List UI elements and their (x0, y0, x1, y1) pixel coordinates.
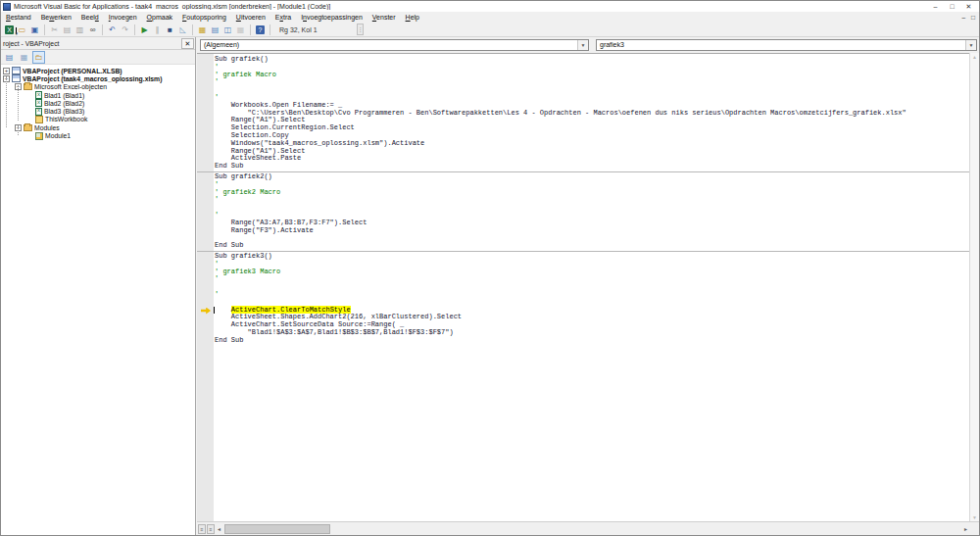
toolbar-separator (250, 24, 251, 35)
find-icon[interactable]: ∞ (87, 24, 99, 36)
view-object-button[interactable]: ▦ (18, 51, 30, 64)
expand-icon[interactable]: + (3, 68, 10, 74)
toggle-folders-button[interactable]: 🗀 (32, 51, 45, 64)
redo-icon[interactable]: ↷ (120, 24, 131, 36)
code-editor[interactable]: Sub grafiek()'' grafiek Macro' ' Workboo… (197, 53, 979, 521)
code-line[interactable]: Range("A1").Select (215, 148, 969, 156)
child-minimize-button[interactable]: – (961, 12, 965, 23)
project-explorer-icon[interactable]: ▦ (197, 24, 209, 36)
vertical-scrollbar[interactable]: ▲ ▼ (969, 53, 979, 521)
scroll-down-icon[interactable]: ▼ (972, 514, 977, 520)
code-line[interactable]: "C:\Users\Ben\Desktop\Cvo Programmeren -… (215, 110, 969, 118)
code-line[interactable] (215, 283, 969, 291)
code-line[interactable] (215, 234, 969, 242)
toolbox-icon[interactable]: ▦ (235, 24, 247, 36)
project-explorer-close-button[interactable]: ✕ (181, 38, 194, 49)
insert-userform-icon[interactable]: ▭▾ (17, 24, 28, 36)
tree-item[interactable]: +VBAProject (PERSONAL.XLSB) (1, 67, 195, 74)
split-handle[interactable]: ≡ (198, 524, 206, 534)
horizontal-scrollbar[interactable]: ≡ ≡ ◂ ▸ (197, 521, 979, 535)
code-line[interactable]: End Sub (215, 163, 969, 171)
tree-item[interactable]: −Modules (1, 123, 195, 131)
child-restore-button[interactable]: □ (971, 12, 975, 23)
menu-invoegen[interactable]: Invoegen (104, 12, 142, 23)
code-line[interactable]: ' (215, 275, 969, 283)
menu-bar: BestandBewerkenBeeldInvoegenOpmaakFoutop… (1, 12, 979, 23)
undo-icon[interactable]: ↶ (107, 24, 119, 36)
scrollbar-thumb[interactable] (224, 524, 330, 534)
code-line[interactable]: ' (215, 64, 969, 72)
menu-extra[interactable]: Extra (270, 12, 296, 23)
code-line[interactable]: Windows("taak4_macros_oplossing.xlsm").A… (215, 140, 969, 148)
menu-foutopsporing[interactable]: Foutopsporing (177, 12, 231, 23)
object-browser-icon[interactable]: ◫ (222, 24, 234, 36)
menu-bestand[interactable]: Bestand (1, 12, 36, 23)
code-line[interactable]: Sub grafiek3() (215, 253, 969, 261)
code-line[interactable] (215, 86, 969, 94)
minimize-button[interactable]: – (927, 2, 944, 12)
dropdown-caret-icon[interactable]: ▾ (16, 27, 17, 35)
code-line[interactable]: End Sub (215, 337, 969, 345)
view-code-button[interactable]: ▤ (3, 51, 16, 64)
scroll-right-icon[interactable]: ▸ (964, 525, 967, 532)
code-line[interactable]: ' (215, 291, 969, 299)
toolbar-overflow-handle[interactable]: ⋮ (357, 24, 364, 35)
view-excel-icon[interactable]: X (4, 24, 16, 36)
code-line[interactable]: ' grafiek Macro (215, 72, 969, 79)
code-line[interactable]: ' grafiek2 Macro (215, 189, 969, 197)
tree-item[interactable]: Blad3 (Blad3) (1, 107, 195, 115)
copy-icon[interactable]: ▤ (62, 24, 74, 36)
scroll-up-icon[interactable]: ▲ (972, 54, 977, 60)
code-line[interactable]: ' (215, 78, 969, 86)
properties-window-icon[interactable]: ▤ (210, 24, 221, 36)
code-line[interactable]: ' (215, 261, 969, 268)
scroll-left-icon[interactable]: ◂ (218, 525, 220, 532)
menu-bewerken[interactable]: Bewerken (36, 12, 76, 23)
code-line[interactable]: Range("F3").Activate (215, 227, 969, 235)
procedure-dropdown[interactable]: grafiek3 ▼ (596, 39, 977, 51)
break-icon[interactable]: ∥ (152, 24, 164, 36)
run-icon[interactable]: ▶ (139, 24, 151, 36)
code-line[interactable] (215, 204, 969, 212)
menu-invoegtoepassingen[interactable]: Invoegtoepassingen (296, 12, 368, 23)
code-line[interactable]: Range("A3:A7,B3:B7,F3:F7").Select (215, 219, 969, 227)
save-icon[interactable]: ▣ (29, 24, 41, 36)
chevron-down-icon[interactable]: ▼ (965, 40, 976, 50)
design-mode-icon[interactable]: ◺ (177, 24, 189, 36)
project-icon (12, 67, 21, 74)
toolbar-separator (134, 24, 135, 35)
code-line[interactable]: Selection.CurrentRegion.Select (215, 124, 969, 132)
help-icon[interactable]: ? (255, 24, 267, 36)
project-explorer-header: roject - VBAProject ✕ (1, 37, 195, 50)
project-icon (12, 74, 21, 82)
cut-icon[interactable]: ✂ (49, 24, 61, 36)
tree-item[interactable]: Blad2 (Blad2) (1, 99, 195, 107)
maximize-button[interactable]: □ (944, 2, 960, 12)
menu-beeld[interactable]: Beeld (76, 12, 104, 23)
split-handle[interactable]: ≡ (207, 524, 215, 534)
reset-icon[interactable]: ■ (165, 24, 176, 36)
tree-item[interactable]: Blad1 (Blad1) (1, 91, 195, 99)
chevron-down-icon[interactable]: ▼ (577, 40, 588, 50)
code-line[interactable]: "Blad1!$A$3:$A$7,Blad1!$B$3:$B$7,Blad1!$… (215, 329, 969, 337)
project-explorer-toolbar: ▤▦🗀 (1, 50, 195, 65)
close-button[interactable]: ✕ (960, 2, 977, 12)
code-line[interactable]: Sub grafiek2() (215, 173, 969, 181)
tree-item[interactable]: Module1 (1, 131, 195, 139)
project-tree: +VBAProject (PERSONAL.XLSB)−VBAProject (… (1, 65, 195, 140)
paste-icon[interactable]: ▥ (74, 24, 86, 36)
code-line[interactable]: End Sub (215, 242, 969, 250)
tree-item[interactable]: −Microsoft Excel-objecten (1, 83, 195, 91)
object-dropdown[interactable]: (Algemeen) ▼ (200, 39, 589, 51)
menu-venster[interactable]: Venster (368, 12, 401, 23)
menu-uitvoeren[interactable]: Uitvoeren (231, 12, 270, 23)
code-line[interactable]: ' grafiek3 Macro (215, 268, 969, 276)
code-line[interactable]: Sub grafiek() (215, 56, 969, 64)
code-line[interactable]: ActiveSheet.Paste (215, 155, 969, 163)
menu-opmaak[interactable]: Opmaak (142, 12, 177, 23)
code-line[interactable]: ' (215, 181, 969, 189)
menu-help[interactable]: Help (401, 12, 424, 23)
project-explorer-title: roject - VBAProject (3, 40, 59, 47)
code-line[interactable]: ' (215, 196, 969, 204)
tree-item-label: Blad2 (Blad2) (44, 100, 84, 107)
